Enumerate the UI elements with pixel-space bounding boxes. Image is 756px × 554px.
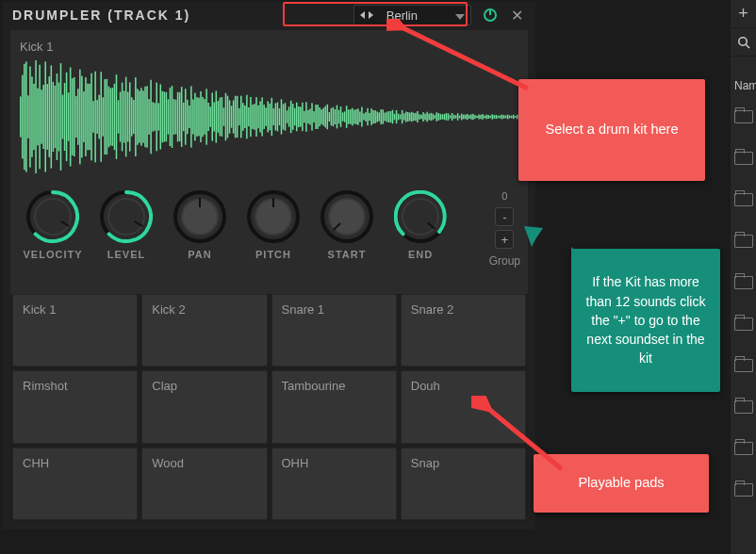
folder-icon[interactable] (731, 179, 756, 220)
browser-add-button[interactable]: + (731, 0, 756, 28)
power-button[interactable] (481, 6, 500, 24)
svg-rect-115 (235, 96, 237, 138)
drum-pad[interactable]: Snare 1 (271, 294, 397, 367)
svg-rect-121 (246, 95, 248, 139)
folder-icon[interactable] (731, 345, 756, 386)
svg-rect-120 (244, 106, 246, 128)
knob-pan[interactable]: PAN (163, 190, 237, 260)
knob-level[interactable]: LEVEL (90, 190, 163, 260)
svg-rect-34 (79, 70, 81, 165)
drum-pad[interactable]: Kick 1 (12, 294, 138, 367)
svg-rect-192 (383, 109, 385, 123)
svg-rect-54 (118, 100, 120, 133)
drum-pad[interactable]: Wood (141, 448, 267, 520)
svg-rect-259 (511, 116, 513, 119)
svg-rect-7 (27, 95, 29, 138)
drum-pad[interactable]: Snare 2 (401, 294, 526, 367)
drum-pad[interactable]: Rimshot (12, 370, 138, 443)
titlebar: DRUMPLER (TRACK 1) Berlin ✕ (3, 2, 535, 28)
search-icon[interactable] (731, 28, 756, 57)
svg-rect-107 (220, 98, 222, 137)
svg-rect-27 (66, 73, 68, 161)
waveform-display[interactable] (20, 60, 518, 173)
svg-rect-211 (419, 114, 420, 119)
svg-rect-241 (476, 116, 478, 118)
svg-rect-73 (154, 103, 156, 131)
svg-rect-80 (168, 99, 170, 134)
svg-rect-202 (402, 110, 403, 123)
svg-rect-5 (24, 64, 25, 171)
folder-icon[interactable] (731, 262, 756, 303)
svg-rect-104 (213, 102, 215, 131)
svg-rect-230 (455, 115, 457, 118)
knob-pitch[interactable]: PITCH (237, 190, 310, 260)
folder-icon[interactable] (731, 138, 756, 179)
svg-rect-181 (361, 107, 363, 127)
svg-rect-14 (41, 90, 42, 143)
svg-rect-20 (53, 82, 55, 152)
preset-prev-next-icon[interactable] (354, 6, 379, 24)
svg-rect-58 (125, 77, 127, 157)
svg-rect-246 (485, 115, 487, 120)
svg-rect-114 (233, 100, 235, 133)
svg-rect-129 (261, 97, 263, 136)
knob-velocity[interactable]: VELOCITY (16, 190, 90, 260)
svg-rect-18 (49, 76, 51, 157)
svg-rect-119 (242, 103, 244, 131)
svg-rect-160 (320, 109, 322, 124)
folder-icon[interactable] (731, 220, 756, 262)
svg-rect-248 (489, 116, 491, 118)
group-prev-button[interactable]: - (495, 207, 514, 226)
svg-rect-9 (31, 76, 33, 156)
folder-icon[interactable] (731, 386, 756, 428)
drum-pad[interactable]: Kick 2 (141, 294, 267, 367)
svg-rect-156 (313, 111, 315, 122)
svg-rect-50 (110, 88, 112, 145)
preset-dropdown-icon[interactable] (450, 7, 470, 24)
svg-rect-190 (378, 112, 380, 121)
svg-rect-183 (365, 112, 367, 122)
svg-rect-68 (144, 87, 146, 147)
drum-pad[interactable]: OHH (271, 448, 397, 520)
drum-pad[interactable]: Tambourine (271, 370, 397, 443)
svg-rect-21 (55, 86, 57, 148)
svg-rect-116 (237, 96, 238, 138)
svg-rect-188 (374, 110, 376, 123)
svg-rect-210 (417, 111, 419, 122)
svg-rect-150 (302, 103, 304, 131)
svg-rect-189 (376, 111, 378, 122)
svg-rect-39 (89, 84, 90, 150)
preset-selector[interactable]: Berlin (353, 5, 471, 25)
svg-rect-223 (442, 114, 444, 119)
folder-icon[interactable] (731, 428, 756, 469)
svg-rect-43 (96, 100, 98, 134)
drum-pad[interactable]: Douh (401, 370, 526, 443)
svg-rect-130 (263, 105, 265, 129)
svg-rect-221 (438, 113, 440, 121)
folder-icon[interactable] (731, 469, 756, 511)
svg-rect-260 (513, 115, 515, 119)
svg-rect-33 (77, 89, 79, 145)
svg-rect-158 (317, 105, 319, 129)
group-next-button[interactable]: + (495, 230, 514, 249)
knob-start[interactable]: START (310, 190, 384, 260)
close-button[interactable]: ✕ (507, 7, 526, 24)
folder-icon[interactable] (731, 96, 756, 138)
drum-pad[interactable]: CHH (12, 448, 138, 520)
knob-end[interactable]: END (384, 190, 457, 260)
svg-rect-4 (22, 75, 24, 159)
svg-rect-131 (265, 107, 267, 125)
svg-rect-203 (403, 113, 405, 120)
svg-rect-127 (257, 106, 259, 128)
svg-rect-149 (300, 106, 302, 126)
svg-point-287 (738, 37, 746, 44)
svg-rect-236 (467, 114, 468, 120)
folder-icon[interactable] (731, 303, 756, 345)
drum-pad[interactable]: Clap (141, 370, 267, 443)
svg-rect-201 (400, 114, 402, 119)
drum-pad[interactable]: Snap (401, 448, 526, 520)
svg-rect-85 (177, 92, 179, 142)
svg-rect-218 (432, 114, 434, 121)
svg-rect-26 (64, 83, 66, 151)
svg-rect-252 (498, 116, 500, 119)
